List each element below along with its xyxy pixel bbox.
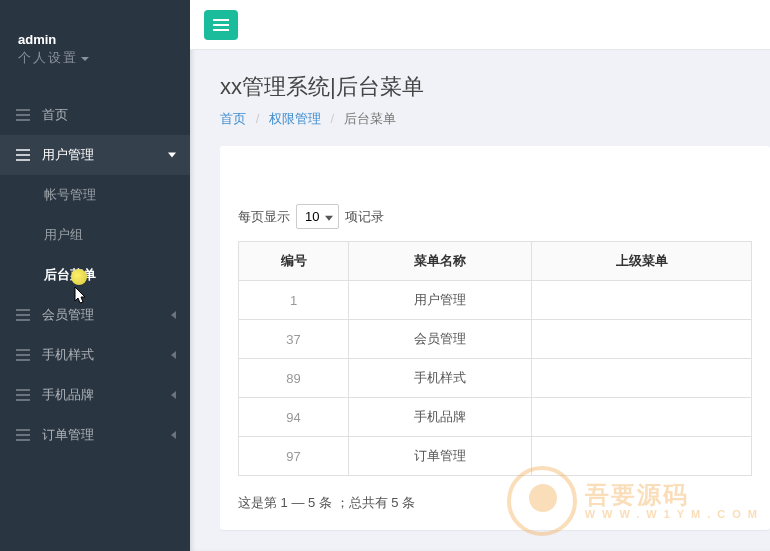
sidebar-nav: 首页 用户管理 帐号管理 用户组 后台菜单 会员管理 <box>0 95 190 455</box>
table-row[interactable]: 97 订单管理 <box>239 437 752 476</box>
sidebar-item-user-mgmt[interactable]: 用户管理 <box>0 135 190 175</box>
cell-id: 94 <box>239 398 349 437</box>
sidebar: admin 个人设置 首页 用户管理 帐号管理 用户组 <box>0 0 190 551</box>
cell-parent <box>532 281 752 320</box>
chevron-left-icon <box>171 431 176 439</box>
sidebar-item-label: 会员管理 <box>42 306 94 324</box>
sidebar-subitem-backend-menu[interactable]: 后台菜单 <box>0 255 190 295</box>
table-icon <box>16 349 30 361</box>
table-icon <box>16 309 30 321</box>
sidebar-item-label: 订单管理 <box>42 426 94 444</box>
cell-parent <box>532 320 752 359</box>
sidebar-item-label: 用户组 <box>44 226 83 244</box>
length-prefix: 每页显示 <box>238 208 290 226</box>
sidebar-item-member-mgmt[interactable]: 会员管理 <box>0 295 190 335</box>
cell-name: 订单管理 <box>349 437 532 476</box>
sidebar-subitem-usergroup[interactable]: 用户组 <box>0 215 190 255</box>
page-length-select[interactable]: 10 <box>296 204 339 229</box>
table-row[interactable]: 1 用户管理 <box>239 281 752 320</box>
caret-down-icon <box>81 57 89 61</box>
admin-username: admin <box>18 32 172 47</box>
breadcrumb-sep: / <box>331 111 335 126</box>
sidebar-item-phone-brand[interactable]: 手机品牌 <box>0 375 190 415</box>
page-title: xx管理系统|后台菜单 <box>220 72 740 102</box>
chevron-down-icon <box>168 153 176 158</box>
table-info: 这是第 1 — 5 条 ；总共有 5 条 <box>238 494 752 512</box>
breadcrumb-sep: / <box>256 111 260 126</box>
menu-table: 编号 菜单名称 上级菜单 1 用户管理 37 会员管理 <box>238 241 752 476</box>
cell-name: 会员管理 <box>349 320 532 359</box>
table-icon <box>16 149 30 161</box>
sidebar-item-label: 首页 <box>42 106 68 124</box>
data-panel: 每页显示 10 项记录 编号 菜单名称 上级菜单 <box>220 146 770 530</box>
col-id-header[interactable]: 编号 <box>239 242 349 281</box>
sidebar-item-home[interactable]: 首页 <box>0 95 190 135</box>
chevron-left-icon <box>171 391 176 399</box>
table-icon <box>16 109 30 121</box>
sidebar-item-label: 手机样式 <box>42 346 94 364</box>
page-header: xx管理系统|后台菜单 首页 / 权限管理 / 后台菜单 <box>190 50 770 140</box>
menu-toggle-button[interactable] <box>204 10 238 40</box>
cell-parent <box>532 437 752 476</box>
breadcrumb-home[interactable]: 首页 <box>220 111 246 126</box>
cell-id: 97 <box>239 437 349 476</box>
sidebar-submenu-user-mgmt: 帐号管理 用户组 后台菜单 <box>0 175 190 295</box>
table-row[interactable]: 89 手机样式 <box>239 359 752 398</box>
col-parent-header[interactable]: 上级菜单 <box>532 242 752 281</box>
personal-settings-dropdown[interactable]: 个人设置 <box>18 49 172 67</box>
breadcrumb-current: 后台菜单 <box>344 111 396 126</box>
table-row[interactable]: 37 会员管理 <box>239 320 752 359</box>
table-row[interactable]: 94 手机品牌 <box>239 398 752 437</box>
cell-id: 89 <box>239 359 349 398</box>
hamburger-icon <box>213 19 229 31</box>
breadcrumb-permission[interactable]: 权限管理 <box>269 111 321 126</box>
page-length-control: 每页显示 10 项记录 <box>238 204 752 229</box>
table-header-row: 编号 菜单名称 上级菜单 <box>239 242 752 281</box>
sidebar-item-order-mgmt[interactable]: 订单管理 <box>0 415 190 455</box>
sidebar-item-phone-style[interactable]: 手机样式 <box>0 335 190 375</box>
sidebar-item-label: 后台菜单 <box>44 266 96 284</box>
main-content: xx管理系统|后台菜单 首页 / 权限管理 / 后台菜单 每页显示 10 项记录 <box>190 0 770 551</box>
chevron-left-icon <box>171 311 176 319</box>
col-name-header[interactable]: 菜单名称 <box>349 242 532 281</box>
chevron-left-icon <box>171 351 176 359</box>
sidebar-header: admin 个人设置 <box>0 0 190 81</box>
table-icon <box>16 429 30 441</box>
cell-name: 手机品牌 <box>349 398 532 437</box>
cell-parent <box>532 359 752 398</box>
cell-name: 用户管理 <box>349 281 532 320</box>
sidebar-item-label: 帐号管理 <box>44 186 96 204</box>
sidebar-item-label: 用户管理 <box>42 146 94 164</box>
personal-settings-label: 个人设置 <box>18 49 78 67</box>
topbar <box>190 0 770 50</box>
cell-name: 手机样式 <box>349 359 532 398</box>
breadcrumb: 首页 / 权限管理 / 后台菜单 <box>220 110 740 128</box>
length-suffix: 项记录 <box>345 208 384 226</box>
cell-parent <box>532 398 752 437</box>
sidebar-item-label: 手机品牌 <box>42 386 94 404</box>
cell-id: 1 <box>239 281 349 320</box>
sidebar-subitem-account[interactable]: 帐号管理 <box>0 175 190 215</box>
table-icon <box>16 389 30 401</box>
cell-id: 37 <box>239 320 349 359</box>
